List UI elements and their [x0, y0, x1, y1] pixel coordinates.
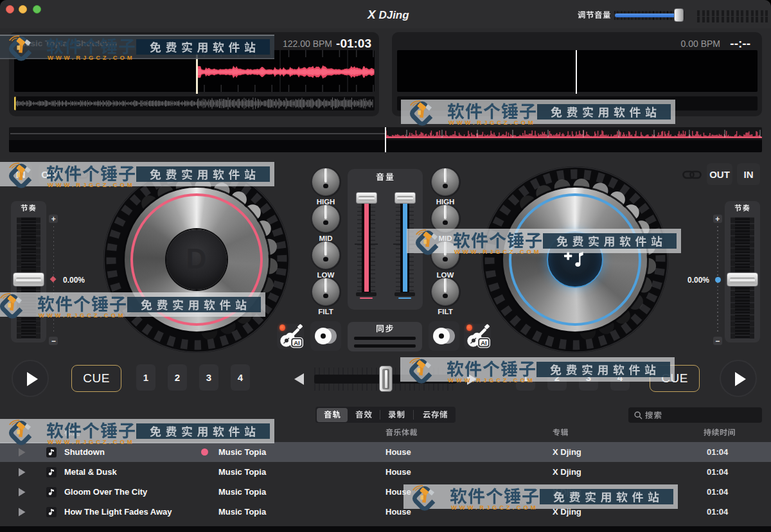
svg-text:AI: AI — [294, 339, 300, 346]
svg-text:AI: AI — [481, 339, 487, 346]
